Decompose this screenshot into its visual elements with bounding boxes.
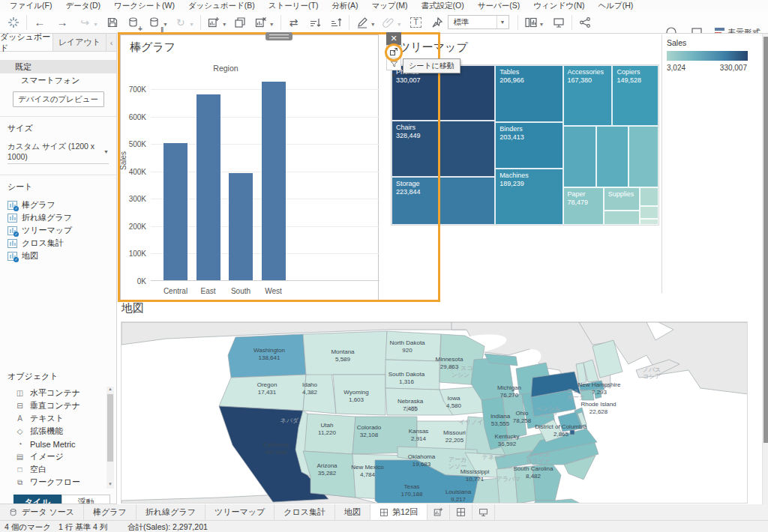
- new-worksheet-button[interactable]: [206, 14, 221, 31]
- sheet-list-item[interactable]: ✓ツリーマップ: [0, 224, 116, 237]
- duplicate-sheet-button[interactable]: [232, 14, 248, 31]
- map-zone[interactable]: 地図: [117, 293, 762, 504]
- sheet-tab-折れ線グラフ[interactable]: 折れ線グラフ: [136, 504, 206, 520]
- show-me-button[interactable]: [524, 14, 538, 31]
- menu-item[interactable]: ワークシート(W): [107, 0, 182, 12]
- object-item[interactable]: ⊟垂直コンテナ: [8, 399, 116, 412]
- treemap-cell[interactable]: Tables206,966: [495, 65, 562, 122]
- menu-item[interactable]: ヘルプ(H): [591, 0, 640, 12]
- go-to-sheet-button[interactable]: [386, 45, 401, 58]
- sheet-tab-棒グラフ[interactable]: 棒グラフ: [84, 504, 136, 520]
- sheet-tab-地図[interactable]: 地図: [335, 504, 370, 520]
- treemap-cell[interactable]: Chairs328,449: [392, 121, 495, 176]
- canvas-scrollbar[interactable]: [762, 34, 768, 504]
- treemap-cell[interactable]: Copiers149,528: [612, 65, 658, 126]
- share-button[interactable]: [578, 14, 592, 31]
- annotation-clip-icon[interactable]: [381, 14, 396, 31]
- forward-button[interactable]: →: [55, 14, 70, 31]
- sheet-tab-クロス集計[interactable]: クロス集計: [274, 504, 335, 520]
- menu-item[interactable]: マップ(M): [365, 0, 415, 12]
- object-item[interactable]: ◫水平コンテナ: [8, 387, 116, 399]
- treemap-cell[interactable]: Storage223,844: [392, 177, 495, 225]
- objects-scrollbar[interactable]: ▲ ▼: [106, 387, 114, 489]
- swap-rows-columns-button[interactable]: ⇄: [286, 14, 302, 31]
- object-item[interactable]: ◔Pulse Metric: [8, 438, 116, 450]
- bar-chart-zone[interactable]: 棒グラフ Region Sales 0K100K200K300K400K500K…: [120, 34, 379, 300]
- sheet-tab-ツリーマップ[interactable]: ツリーマップ: [206, 504, 274, 520]
- treemap-cell[interactable]: [640, 187, 658, 206]
- clear-sheet-button[interactable]: [254, 14, 268, 31]
- bar-mark[interactable]: [229, 173, 253, 280]
- menu-item[interactable]: データ(D): [58, 0, 107, 12]
- treemap-cell[interactable]: [596, 126, 628, 187]
- treemap-cell[interactable]: Supplies: [604, 187, 640, 211]
- device-phone-item[interactable]: スマートフォン: [0, 73, 116, 87]
- menu-item[interactable]: 分析(A): [326, 0, 365, 12]
- scrollbar-thumb[interactable]: [107, 394, 113, 462]
- more-options-icon[interactable]: ▼: [386, 70, 401, 80]
- sheet-list-item[interactable]: ✓棒グラフ: [0, 199, 116, 211]
- presentation-mode-button[interactable]: [551, 14, 566, 31]
- menu-item[interactable]: 書式設定(O): [415, 0, 471, 12]
- save-button[interactable]: [105, 14, 120, 31]
- tab-layout[interactable]: レイアウト: [52, 34, 106, 51]
- new-worksheet-tab-button[interactable]: [428, 504, 450, 520]
- scroll-down-icon[interactable]: ▼: [106, 482, 114, 489]
- scrollbar-thumb[interactable]: [764, 37, 768, 443]
- sheet-list-item[interactable]: ✓地図: [0, 250, 116, 262]
- menu-item[interactable]: ウィンドウ(N): [526, 0, 591, 12]
- fit-selector[interactable]: 標準▼: [448, 15, 509, 29]
- object-item[interactable]: ⧉ワークフロー: [8, 476, 116, 489]
- menu-item[interactable]: ファイル(F): [3, 0, 58, 12]
- highlight-button[interactable]: [355, 14, 370, 31]
- new-datasource-button[interactable]: +: [126, 14, 141, 31]
- treemap-cell[interactable]: Binders203,413: [495, 122, 562, 168]
- state-mark-district-of-columbia[interactable]: [570, 430, 574, 435]
- sort-ascending-button[interactable]: [308, 14, 322, 31]
- back-button[interactable]: ←: [32, 14, 47, 31]
- text-box-button[interactable]: T: [409, 14, 424, 31]
- menu-item[interactable]: ストーリー(T): [262, 0, 326, 12]
- sheet-list-item[interactable]: クロス集計: [0, 237, 116, 250]
- redo-icon[interactable]: ↪: [77, 14, 92, 31]
- object-item[interactable]: Aテキスト: [8, 412, 116, 425]
- treemap-cell[interactable]: Machines189,239: [495, 169, 562, 225]
- new-story-tab-button[interactable]: [472, 504, 495, 520]
- device-preview-button[interactable]: デバイスのプレビュー: [13, 91, 104, 107]
- menu-item[interactable]: サーバー(S): [471, 0, 527, 12]
- sheet-tab-データソース[interactable]: データ ソース: [0, 504, 84, 520]
- map-view[interactable]: ネバダ米国ウィスコンシンイリノイテネシーアーカンソーアラバマノースカロライナペン…: [121, 321, 748, 504]
- color-legend-zone[interactable]: Sales 3,024 330,007: [662, 34, 762, 293]
- treemap-cell[interactable]: [640, 206, 658, 219]
- new-dashboard-tab-button[interactable]: [450, 504, 472, 520]
- object-item[interactable]: ▤イメージ: [8, 450, 116, 463]
- treemap-cell[interactable]: Accessories167,380: [563, 65, 613, 126]
- size-dropdown[interactable]: カスタム サイズ (1200 x 1000) ▼: [8, 142, 109, 164]
- pause-updates-button[interactable]: ∥: [147, 14, 162, 31]
- treemap-cell[interactable]: Phones330,007: [392, 65, 495, 121]
- bar-mark[interactable]: [196, 94, 220, 280]
- treemap-cell[interactable]: [628, 126, 658, 187]
- treemap-cell[interactable]: [563, 126, 596, 187]
- device-default-item[interactable]: 既定: [0, 60, 116, 73]
- fix-axes-pin-button[interactable]: [430, 14, 445, 31]
- sort-descending-button[interactable]: [328, 14, 344, 31]
- scroll-up-icon[interactable]: ▲: [106, 387, 114, 393]
- tab-dashboard[interactable]: ダッシュボード: [0, 34, 52, 51]
- bar-mark[interactable]: [262, 82, 286, 280]
- collapse-pane-icon[interactable]: ‹: [106, 34, 116, 51]
- zone-drag-grip[interactable]: [266, 32, 292, 40]
- menu-item[interactable]: ダッシュボード(B): [182, 0, 262, 12]
- state-mark-mississippi[interactable]: [496, 468, 518, 504]
- treemap-cell[interactable]: [604, 211, 640, 225]
- tableau-logo-icon[interactable]: [6, 14, 21, 31]
- sheet-list-item[interactable]: 折れ線グラフ: [0, 211, 116, 224]
- bar-mark[interactable]: [164, 143, 188, 280]
- sheet-tab-第12回[interactable]: 第12回: [370, 504, 428, 520]
- object-item[interactable]: ◇拡張機能: [8, 425, 116, 438]
- refresh-icon[interactable]: ↻: [173, 14, 188, 31]
- treemap-cell[interactable]: [640, 219, 658, 225]
- object-item[interactable]: □空白: [8, 463, 116, 476]
- treemap-cell[interactable]: Paper78,479: [563, 187, 604, 225]
- state-mark-north-dakota[interactable]: [386, 331, 441, 361]
